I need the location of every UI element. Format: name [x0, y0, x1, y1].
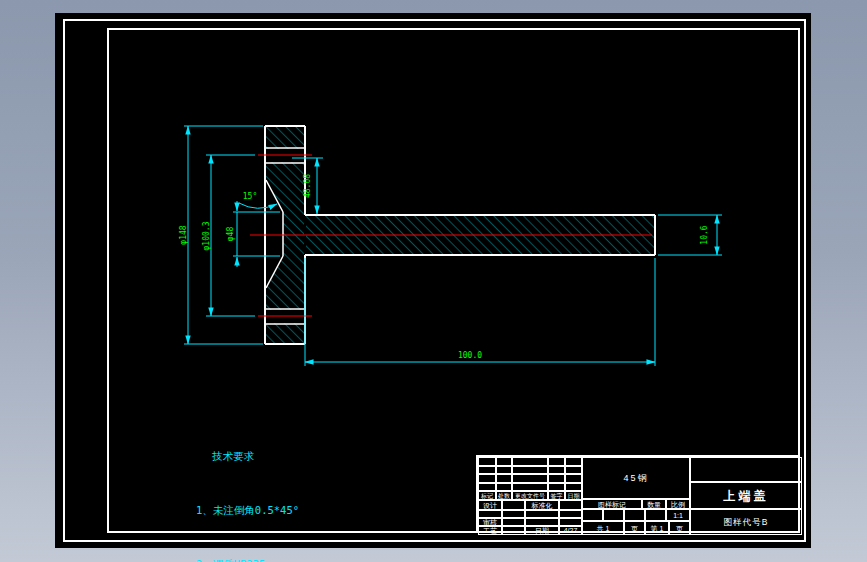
sheet-no: 第 1	[645, 521, 669, 535]
blank-cell	[478, 510, 502, 518]
dim-flange-od: φ148	[179, 225, 188, 244]
revision-table	[478, 457, 582, 491]
material-cell: 45钢	[582, 457, 690, 499]
sheet-total: 共 1	[582, 521, 624, 535]
rev-col-date: 日期	[565, 491, 582, 500]
dim-shaft-end: 10.6	[700, 225, 709, 244]
dim-shaft-length: 100.0	[458, 351, 482, 360]
dimension-texts: φ148 φ100.3 φ48 15° 48.08 100.0 10.6	[179, 174, 709, 360]
blank-cell	[502, 518, 525, 526]
blank-cell	[603, 509, 624, 521]
blank-cell	[645, 509, 666, 521]
company-cell	[690, 457, 802, 482]
blank-cell	[559, 518, 582, 526]
process-label: 工艺	[478, 526, 502, 535]
title-block: 标记 处数 更改文件号 签字 日期 设计 标准化 审核 工艺 日期 4/27 4…	[476, 455, 800, 533]
drawing-code: 图样代号B	[690, 509, 802, 535]
rev-col-mark: 标记	[478, 491, 496, 500]
rev-col-sign: 签字	[548, 491, 565, 500]
design-label: 设计	[478, 500, 502, 510]
blank-cell	[582, 509, 603, 521]
tech-req-item: 1、未注倒角0.5*45°	[196, 501, 299, 519]
blank-cell	[624, 509, 645, 521]
qty-label: 数量	[642, 499, 666, 509]
part-name: 上端盖	[690, 482, 802, 509]
date-label: 日期	[525, 526, 559, 535]
date-value: 4/27	[559, 526, 582, 535]
blank-cell	[525, 518, 559, 526]
design-name-cell	[502, 500, 525, 510]
technical-requirements: 技术要求 1、未注倒角0.5*45° 2、调质HB235 3、未注圆角R2~3	[196, 411, 299, 562]
tech-req-item: 2、调质HB235	[196, 555, 299, 562]
dim-bore: φ48	[226, 227, 235, 242]
sheet-page-label: 页	[669, 521, 690, 535]
blank-cell	[559, 510, 582, 518]
dim-taper-angle: 15°	[243, 192, 257, 201]
blank-cell	[502, 510, 525, 518]
standardization-cell	[559, 500, 582, 510]
rev-col-count: 处数	[496, 491, 512, 500]
cad-viewer-window: { "colors": { "background_top": "#8B98AD…	[0, 0, 867, 562]
scale-label: 比例	[666, 499, 690, 509]
scale-value: 1:1	[666, 509, 690, 521]
sheet-page-label: 页	[624, 521, 645, 535]
dim-hub-depth: 48.08	[303, 174, 312, 198]
standardization-label: 标准化	[525, 500, 559, 510]
mark-label: 图样标记	[582, 499, 642, 509]
blank-cell	[502, 526, 525, 535]
dim-bolt-circle: φ100.3	[202, 221, 211, 250]
blank-cell	[525, 510, 559, 518]
audit-label: 审核	[478, 518, 502, 526]
tech-req-title: 技术要求	[212, 447, 299, 465]
rev-col-file: 更改文件号	[512, 491, 548, 500]
